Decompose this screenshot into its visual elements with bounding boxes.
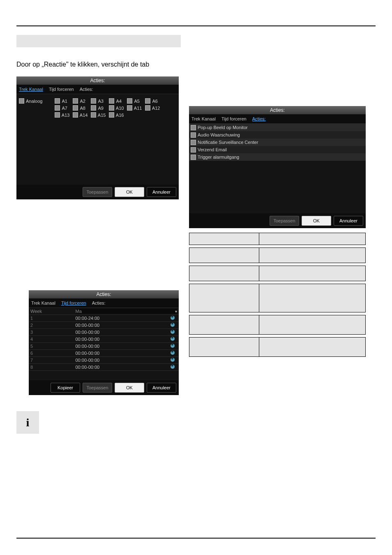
ok-button[interactable]: OK	[115, 187, 144, 197]
schedule-row: 200:00-00:00	[29, 322, 179, 329]
tab-acties[interactable]: Acties:	[252, 116, 266, 121]
time-range[interactable]: 00:00-00:00	[74, 336, 167, 343]
day-select[interactable]: Ma ▾	[76, 309, 178, 314]
week-header: Week	[29, 308, 74, 315]
checkbox-box	[109, 98, 114, 104]
schedule-row: 700:00-00:00	[29, 357, 179, 364]
schedule-table: Week Ma ▾ 100:00-24:00 200:00-00:00 300:…	[29, 308, 179, 371]
tab-acties[interactable]: Acties:	[92, 301, 106, 305]
checkbox-box	[145, 105, 150, 111]
bottom-rule	[16, 538, 376, 539]
action-notify-surveillance[interactable]: Notificatie Surveillance Center	[191, 140, 258, 145]
checkbox-box	[73, 98, 78, 104]
panel-title: Acties:	[29, 290, 179, 298]
action-send-email[interactable]: Verzend Email	[191, 147, 227, 153]
time-range[interactable]: 00:00-00:00	[74, 350, 167, 357]
tab-tijd-forceren[interactable]: Tijd forceren	[49, 87, 74, 92]
time-range[interactable]: 00:00-00:00	[74, 364, 167, 371]
ok-button[interactable]: OK	[302, 216, 331, 226]
schedule-row: 300:00-00:00	[29, 329, 179, 336]
channel-a3[interactable]: A3	[91, 98, 106, 104]
checkbox-analoog[interactable]: Analoog	[19, 98, 42, 104]
gear-icon[interactable]	[171, 330, 175, 334]
checkbox-box	[55, 112, 60, 118]
cancel-button[interactable]: Annuleer	[147, 383, 176, 393]
gear-icon[interactable]	[171, 316, 175, 320]
time-range[interactable]: 00:00-00:00	[74, 329, 167, 336]
gear-icon[interactable]	[171, 344, 175, 348]
channel-a6[interactable]: A6	[145, 98, 160, 104]
schedule-row: 500:00-00:00	[29, 343, 179, 350]
tab-tijd-forceren[interactable]: Tijd forceren	[61, 301, 86, 305]
channel-a4[interactable]: A4	[109, 98, 124, 104]
channel-a13[interactable]: A13	[55, 112, 69, 118]
channel-a9[interactable]: A9	[91, 105, 106, 111]
day-value: Ma	[76, 309, 82, 314]
apply-button[interactable]: Toepassen	[270, 216, 299, 226]
checkbox-box	[91, 112, 96, 118]
channel-a10[interactable]: A10	[109, 105, 124, 111]
tab-acties[interactable]: Acties:	[80, 87, 93, 92]
gear-icon[interactable]	[171, 337, 175, 341]
action-audio-warning[interactable]: Audio Waarschuwing	[191, 132, 240, 138]
panel-title: Acties:	[16, 76, 179, 85]
time-range[interactable]: 00:00-00:00	[74, 343, 167, 350]
action-popup-monitor[interactable]: Pop-up Beeld op Monitor	[191, 125, 248, 130]
schedule-row: 800:00-00:00	[29, 364, 179, 371]
cancel-button[interactable]: Annuleer	[147, 187, 176, 197]
top-rule	[16, 25, 376, 26]
tab-trek-kanaal[interactable]: Trek Kanaal	[191, 116, 216, 121]
checkbox-box	[191, 140, 196, 145]
copy-button[interactable]: Kopieer	[51, 383, 80, 393]
time-range[interactable]: 00:00-24:00	[74, 315, 167, 322]
channel-a7[interactable]: A7	[55, 105, 69, 111]
checkbox-box	[191, 155, 196, 160]
channel-a5[interactable]: A5	[127, 98, 142, 104]
checkbox-box	[73, 112, 78, 118]
channel-a8[interactable]: A8	[73, 105, 88, 111]
checkbox-box	[191, 125, 196, 130]
channel-a15[interactable]: A15	[91, 112, 106, 118]
button-bar: Toepassen OK Annuleer	[189, 213, 366, 228]
checkbox-box	[73, 105, 78, 111]
ok-button[interactable]: OK	[115, 383, 144, 393]
checkbox-box	[91, 98, 96, 104]
channel-a14[interactable]: A14	[73, 112, 88, 118]
channel-a1[interactable]: A1	[55, 98, 69, 104]
tab-trek-kanaal[interactable]: Trek Kanaal	[19, 87, 43, 92]
cancel-button[interactable]: Annuleer	[334, 216, 363, 226]
action-trigger-alarm[interactable]: Trigger alarmuitgang	[191, 155, 239, 160]
panel-tabs: Trek Kanaal Tijd forceren Acties:	[16, 85, 179, 94]
checkbox-box	[127, 105, 132, 111]
schedule-row: 100:00-24:00	[29, 315, 179, 322]
button-bar: Toepassen OK Annuleer	[16, 185, 179, 199]
intro-text: Door op „Reactie" te klikken, verschijnt…	[16, 61, 149, 68]
gear-icon[interactable]	[171, 365, 175, 369]
gear-icon[interactable]	[171, 323, 175, 327]
time-range[interactable]: 00:00-00:00	[74, 322, 167, 329]
button-bar: Kopieer Toepassen OK Annuleer	[29, 380, 179, 395]
panel-tabs: Trek Kanaal Tijd forceren Acties:	[189, 114, 366, 124]
gear-icon[interactable]	[171, 351, 175, 355]
panel-trek-kanaal: Acties: Trek Kanaal Tijd forceren Acties…	[16, 76, 179, 199]
channel-a16[interactable]: A16	[109, 112, 124, 118]
gear-icon[interactable]	[171, 358, 175, 362]
panel-acties: Acties: Trek Kanaal Tijd forceren Acties…	[189, 106, 366, 228]
channel-grid: A1 A2 A3 A4 A5 A6 A7 A8 A9 A10 A11 A12 A…	[55, 98, 161, 118]
tab-tijd-forceren[interactable]: Tijd forceren	[221, 116, 247, 121]
checkbox-box	[127, 98, 132, 104]
schedule-row: 400:00-00:00	[29, 336, 179, 343]
time-range[interactable]: 00:00-00:00	[74, 357, 167, 364]
channel-a2[interactable]: A2	[73, 98, 88, 104]
info-icon: i	[26, 416, 30, 429]
channel-a11[interactable]: A11	[127, 105, 142, 111]
channel-a12[interactable]: A12	[145, 105, 160, 111]
tab-trek-kanaal[interactable]: Trek Kanaal	[31, 301, 55, 305]
apply-button[interactable]: Toepassen	[83, 187, 112, 197]
section-placeholder-bar	[16, 35, 181, 47]
apply-button[interactable]: Toepassen	[83, 383, 112, 393]
checkbox-box	[109, 105, 114, 111]
checkbox-box	[145, 98, 150, 104]
checkbox-box	[55, 98, 60, 104]
checkbox-box	[55, 105, 60, 111]
